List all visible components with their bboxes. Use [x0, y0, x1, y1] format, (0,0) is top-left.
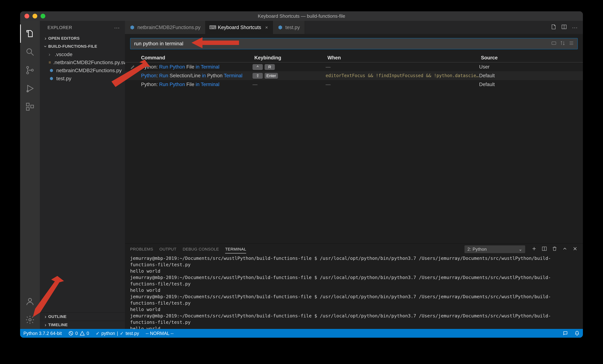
- svg-point-4: [31, 69, 34, 71]
- check-icon: ✓: [120, 331, 124, 336]
- folder-item[interactable]: › .vscode: [40, 50, 125, 59]
- status-file: test.py: [126, 331, 139, 336]
- python-file-icon: ⬢: [49, 76, 54, 81]
- source-cell: Default: [479, 73, 581, 79]
- status-lang-item[interactable]: ✓ python | ✓ test.py: [93, 329, 142, 338]
- debug-activity-icon[interactable]: [20, 79, 40, 98]
- tab-label: test.py: [285, 25, 300, 30]
- split-terminal-icon[interactable]: [542, 246, 547, 253]
- terminal-output[interactable]: jemurray@mbp-2019:~/Documents/src/wustlP…: [125, 255, 583, 329]
- account-activity-icon[interactable]: [20, 292, 40, 311]
- status-python-version[interactable]: Python 3.7.2 64-bit: [20, 329, 65, 338]
- tab-testpy[interactable]: ⬢ test.py: [273, 21, 305, 34]
- status-bell-icon[interactable]: [571, 329, 583, 338]
- close-tab-icon[interactable]: ×: [265, 25, 268, 30]
- tab-label: netbrainCMDB2Functions.py: [137, 25, 200, 30]
- window-body: EXPLORER ··· › OPEN EDITORS › BUILD-FUNC…: [20, 21, 583, 329]
- ks-table-rows: Python: Run Python File in Terminal^R—Us…: [125, 62, 583, 244]
- chevron-down-icon: ⌄: [519, 247, 522, 252]
- source-cell: User: [479, 64, 581, 70]
- tab-keyboard-shortcuts[interactable]: ⌨ Keyboard Shortcuts ×: [205, 21, 273, 34]
- traffic-lights: [20, 14, 45, 18]
- sidebar-more-icon[interactable]: ···: [114, 24, 120, 31]
- minimize-window-button[interactable]: [33, 14, 37, 18]
- chevron-right-icon: ›: [43, 314, 48, 320]
- vim-mode-label: -- NORMAL --: [146, 331, 174, 336]
- file-name: test.py: [56, 76, 71, 82]
- ks-search-box[interactable]: [130, 38, 578, 49]
- tab-netbraincmdb2functions[interactable]: ⬢ netbrainCMDB2Functions.py: [125, 21, 205, 34]
- status-problems[interactable]: 0 0: [65, 329, 93, 338]
- sidebar-bottom: › OUTLINE › TIMELINE: [40, 312, 125, 329]
- new-terminal-icon[interactable]: [531, 246, 537, 253]
- gear-activity-icon[interactable]: [20, 311, 40, 329]
- file-item[interactable]: ⬢ test.py: [40, 75, 125, 82]
- status-vim-mode: -- NORMAL --: [142, 329, 177, 338]
- titlebar: Keyboard Shortcuts — build-functions-fil…: [20, 11, 583, 21]
- outline-section[interactable]: › OUTLINE: [40, 312, 125, 321]
- keyboard-shortcuts-view: Command Keybinding When Source Python: R…: [125, 34, 583, 244]
- search-activity-icon[interactable]: [20, 43, 40, 61]
- python-file-icon: ⬢: [49, 68, 54, 73]
- status-feedback-icon[interactable]: [559, 329, 571, 338]
- ks-row[interactable]: Python: Run Selection/Line in Python Ter…: [125, 71, 583, 80]
- ks-search-container: [125, 34, 583, 53]
- svg-point-10: [28, 298, 31, 302]
- outline-label: OUTLINE: [48, 314, 67, 319]
- svg-line-25: [70, 332, 72, 334]
- edit-keybinding-icon[interactable]: [127, 65, 139, 69]
- file-name: netbrainCMDB2Functions.py: [56, 68, 122, 73]
- open-editors-section[interactable]: › OPEN EDITORS: [40, 34, 125, 42]
- explorer-activity-icon[interactable]: [20, 24, 40, 43]
- ks-row[interactable]: Python: Run Python File in Terminal^R—Us…: [125, 62, 583, 71]
- panel-actions: [531, 246, 578, 253]
- sort-precedence-icon[interactable]: [560, 40, 565, 47]
- panel-tab-problems[interactable]: PROBLEMS: [130, 244, 153, 254]
- extensions-activity-icon[interactable]: [20, 98, 40, 116]
- col-when[interactable]: When: [326, 55, 479, 61]
- ks-search-input[interactable]: [134, 41, 551, 47]
- panel-tab-terminal[interactable]: TERMINAL: [225, 244, 246, 254]
- maximize-panel-icon[interactable]: [562, 246, 568, 253]
- panel-tab-output[interactable]: OUTPUT: [159, 244, 176, 254]
- clear-search-icon[interactable]: [569, 40, 574, 47]
- col-command[interactable]: Command: [139, 55, 253, 61]
- svg-point-11: [29, 319, 31, 321]
- file-item[interactable]: ⬢ netbrainCMDB2Functions.py: [40, 67, 125, 75]
- command-cell: Python: Run Python File in Terminal: [139, 82, 253, 87]
- svg-line-1: [31, 53, 34, 56]
- ks-row[interactable]: Python: Run Python File in Terminal——Def…: [125, 80, 583, 89]
- col-source[interactable]: Source: [479, 55, 581, 61]
- command-cell: Python: Run Selection/Line in Python Ter…: [139, 73, 253, 79]
- sidebar-title: EXPLORER: [47, 25, 72, 30]
- close-window-button[interactable]: [24, 14, 29, 18]
- tab-label: Keyboard Shortcuts: [218, 25, 261, 30]
- split-editor-icon[interactable]: [561, 24, 567, 31]
- command-cell: Python: Run Python File in Terminal: [139, 64, 253, 70]
- maximize-window-button[interactable]: [41, 14, 45, 18]
- close-panel-icon[interactable]: [572, 246, 578, 253]
- chevron-down-icon: ›: [43, 44, 48, 49]
- sidebar-title-row: EXPLORER ···: [40, 21, 125, 34]
- svg-rect-14: [552, 42, 556, 44]
- record-keys-icon[interactable]: [551, 40, 557, 47]
- folder-section[interactable]: › BUILD-FUNCTIONS-FILE: [40, 42, 125, 50]
- explorer-tree: › OPEN EDITORS › BUILD-FUNCTIONS-FILE › …: [40, 34, 125, 82]
- python-version-label: Python 3.7.2 64-bit: [23, 331, 62, 336]
- editor-more-icon[interactable]: ···: [572, 24, 578, 31]
- open-keybindings-json-icon[interactable]: [550, 24, 556, 31]
- panel-tab-debug[interactable]: DEBUG CONSOLE: [183, 244, 219, 254]
- check-icon: ✓: [96, 331, 100, 336]
- source-control-activity-icon[interactable]: [20, 61, 40, 79]
- timeline-label: TIMELINE: [48, 323, 68, 327]
- editor-area: ⬢ netbrainCMDB2Functions.py ⌨ Keyboard S…: [125, 21, 583, 329]
- source-cell: Default: [479, 82, 581, 87]
- kill-terminal-icon[interactable]: [552, 246, 557, 253]
- chevron-right-icon: ›: [43, 322, 48, 328]
- terminal-selector[interactable]: 2: Python ⌄: [464, 246, 525, 253]
- file-item[interactable]: ≡ .netbrainCMDB2Functions.py.swp: [40, 59, 125, 67]
- timeline-section[interactable]: › TIMELINE: [40, 321, 125, 329]
- editor-tabs: ⬢ netbrainCMDB2Functions.py ⌨ Keyboard S…: [125, 21, 583, 34]
- keybinding-cell: ^R: [253, 64, 326, 70]
- col-keybinding[interactable]: Keybinding: [253, 55, 326, 61]
